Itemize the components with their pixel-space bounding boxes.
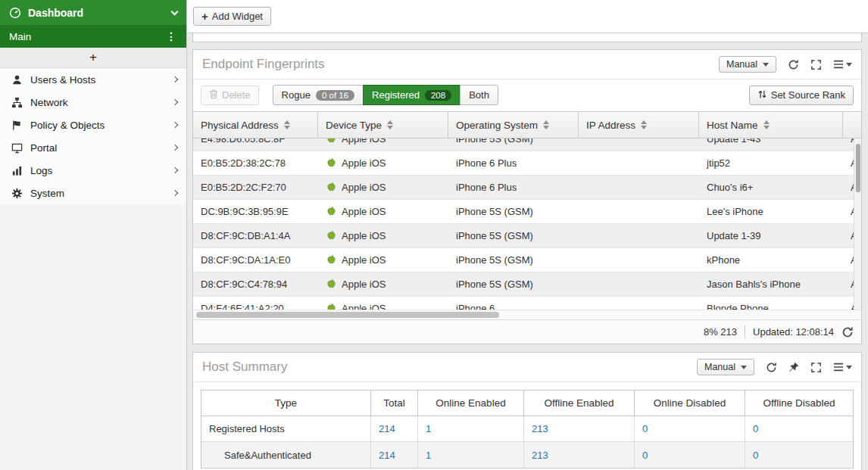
offline-disabled-link[interactable]: 0 — [753, 450, 758, 461]
sidebar-item-system[interactable]: System — [0, 182, 186, 204]
previous-widget-remnant — [192, 33, 862, 42]
main-label: Main — [9, 31, 31, 42]
online-enabled-link[interactable]: 1 — [426, 450, 431, 461]
sort-icon — [763, 120, 770, 129]
sort-rank-icon — [757, 89, 767, 101]
table-row[interactable]: E0:B5:2D:38:2C:78 Apple iOS iPhone 6 Plu… — [193, 151, 861, 176]
sort-icon — [641, 120, 647, 129]
user-icon — [9, 74, 24, 86]
online-disabled-link[interactable]: 0 — [642, 423, 648, 434]
vertical-scrollbar-thumb[interactable] — [856, 144, 860, 192]
sidebar-item-label: Logs — [30, 165, 52, 176]
sidebar-item-label: Policy & Objects — [30, 120, 105, 131]
table-row[interactable]: E4:98:D6:05:8C:8F Apple iOS iPhone 5S (G… — [193, 139, 861, 151]
table-row[interactable]: D8:CF:9C:DB:A1:4A Apple iOS iPhone 5S (G… — [193, 224, 861, 248]
dashboard-topbar: + Add Widget — [187, 0, 868, 33]
tab-both[interactable]: Both — [460, 85, 498, 105]
table-row[interactable]: D8:CF:9C:DA:1A:E0 Apple iOS iPhone 5S (G… — [193, 248, 861, 272]
table-row[interactable]: D8:CF:9C:C4:78:94 Apple iOS iPhone 5S (G… — [193, 272, 861, 297]
kebab-menu-icon[interactable]: ⋮ — [166, 30, 177, 42]
sidebar-item-label: Portal — [30, 142, 57, 154]
sidebar-item-main[interactable]: Main ⋮ — [0, 25, 186, 48]
gear-icon — [9, 188, 24, 199]
endpoint-filter-tabs: Rogue 0 of 16 Registered 208 Both — [273, 85, 498, 105]
total-link[interactable]: 214 — [379, 423, 395, 434]
endpoint-table-header: Physical Address Device Type Operating S… — [193, 111, 861, 139]
sort-icon — [284, 120, 290, 129]
trash-icon — [209, 89, 218, 101]
online-enabled-link[interactable]: 1 — [426, 423, 431, 434]
online-disabled-link[interactable]: 0 — [642, 450, 648, 461]
offline-enabled-link[interactable]: 213 — [532, 423, 548, 434]
sidebar: Dashboard Main ⋮ + Users & Hosts Network — [0, 0, 187, 470]
panel-header: Host Summary Manual — [193, 353, 861, 382]
refresh-icon[interactable] — [841, 326, 854, 338]
table-row[interactable]: DC:9B:9C:3B:95:9E Apple iOS iPhone 5S (G… — [193, 200, 861, 224]
tab-rogue[interactable]: Rogue 0 of 16 — [273, 85, 364, 105]
table-row: Registered Hosts 214 1 213 0 0 — [201, 416, 853, 442]
column-header-host-name[interactable]: Host Name — [699, 112, 843, 138]
vertical-scrollbar[interactable] — [854, 139, 861, 310]
column-header-physical-address[interactable]: Physical Address — [193, 112, 318, 138]
tab-registered[interactable]: Registered 208 — [363, 85, 461, 105]
refresh-icon[interactable] — [788, 59, 799, 70]
caret-down-icon — [763, 63, 769, 67]
horizontal-scrollbar[interactable] — [193, 310, 861, 319]
host-summary-panel: Host Summary Manual — [192, 352, 862, 470]
plus-icon: + — [201, 11, 208, 21]
column-header-ip-address[interactable]: IP Address — [579, 112, 699, 138]
column-header-offline-disabled: Offline Disabled — [745, 391, 853, 416]
logs-chart-icon — [9, 165, 24, 176]
sidebar-item-label: System — [30, 188, 64, 199]
expand-icon[interactable] — [810, 59, 822, 70]
set-source-rank-button[interactable]: Set Source Rank — [749, 86, 854, 105]
add-widget-button[interactable]: + Add Widget — [193, 7, 271, 26]
offline-disabled-link[interactable]: 0 — [753, 423, 758, 434]
main-area: + Add Widget Endpoint Fingerprints Manua… — [187, 0, 868, 470]
horizontal-scrollbar-thumb[interactable] — [196, 312, 499, 318]
updated-timestamp: Updated: 12:08:14 — [753, 326, 834, 338]
table-row[interactable]: D4:F4:6F:41:A2:20 Apple iOS iPhone 6 Blo… — [193, 297, 861, 310]
chevron-right-icon — [172, 122, 178, 128]
table-row[interactable]: E0:B5:2D:2C:F2:70 Apple iOS iPhone 6 Plu… — [193, 176, 861, 200]
total-link[interactable]: 214 — [379, 450, 395, 461]
portal-icon — [9, 142, 24, 154]
apple-ios-icon — [326, 302, 337, 310]
offline-enabled-link[interactable]: 213 — [532, 450, 548, 461]
caret-down-icon — [741, 366, 747, 369]
sidebar-item-portal[interactable]: Portal — [0, 136, 186, 159]
pin-icon[interactable] — [788, 362, 799, 372]
registered-count-badge: 208 — [425, 90, 451, 101]
sidebar-item-logs[interactable]: Logs — [0, 159, 186, 182]
caret-down-icon — [846, 366, 852, 369]
sort-icon — [387, 120, 393, 129]
column-header-total: Total — [371, 391, 418, 416]
sidebar-item-label: Users & Hosts — [30, 74, 95, 86]
refresh-mode-dropdown[interactable]: Manual — [697, 359, 754, 375]
delete-button[interactable]: Delete — [201, 86, 259, 105]
endpoint-toolbar: Delete Rogue 0 of 16 Registered 208 Both — [193, 79, 861, 111]
expand-icon[interactable] — [810, 362, 822, 373]
sidebar-item-dashboard[interactable]: Dashboard — [0, 0, 186, 25]
panel-menu-icon[interactable] — [833, 363, 852, 372]
column-header-type: Type — [201, 391, 371, 416]
column-header-operating-system[interactable]: Operating System — [448, 112, 579, 138]
host-summary-header-row: Type Total Online Enabled Offline Enable… — [201, 391, 853, 416]
endpoint-fingerprints-panel: Endpoint Fingerprints Manual — [192, 49, 862, 344]
endpoint-panel-footer: 8% 213 Updated: 12:08:14 — [193, 319, 861, 344]
column-header-online-disabled: Online Disabled — [635, 391, 745, 416]
refresh-mode-dropdown[interactable]: Manual — [719, 56, 776, 73]
refresh-icon[interactable] — [766, 362, 777, 373]
panel-menu-icon[interactable] — [833, 60, 852, 69]
dashboard-content: Endpoint Fingerprints Manual — [187, 33, 868, 470]
apple-ios-icon — [326, 229, 337, 243]
apple-ios-icon — [326, 157, 337, 170]
sidebar-item-users-hosts[interactable]: Users & Hosts — [0, 68, 186, 91]
caret-down-icon — [846, 63, 852, 67]
sidebar-item-policy-objects[interactable]: Policy & Objects — [0, 114, 186, 136]
sidebar-item-network[interactable]: Network — [0, 91, 186, 114]
chevron-down-icon — [171, 8, 179, 15]
add-dashboard-button[interactable]: + — [0, 48, 186, 68]
column-header-device-type[interactable]: Device Type — [318, 112, 448, 138]
panel-controls: Manual — [719, 56, 852, 73]
